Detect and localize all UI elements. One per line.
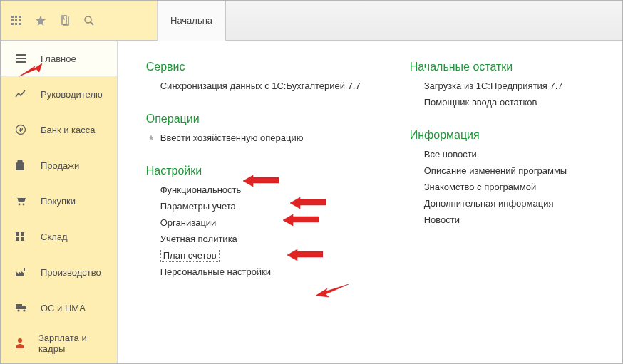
sidebar-item-label: Главное bbox=[41, 53, 76, 64]
sidebar-item-assets[interactable]: ОС и НМА bbox=[1, 290, 117, 326]
link-balance-helper[interactable]: Помощник ввода остатков bbox=[410, 97, 623, 108]
sidebar-item-sales[interactable]: Продажи bbox=[1, 147, 117, 183]
svg-rect-3 bbox=[11, 19, 14, 21]
tab-label: Начальна bbox=[170, 15, 212, 26]
sidebar-item-label: Производство bbox=[41, 267, 101, 278]
svg-rect-18 bbox=[16, 237, 19, 241]
link-enter-operation[interactable]: Ввести хозяйственную операцию bbox=[146, 132, 410, 143]
svg-point-15 bbox=[23, 204, 25, 206]
svg-rect-20 bbox=[24, 268, 25, 271]
bag-icon bbox=[15, 160, 28, 171]
link-accounts[interactable]: План счетов bbox=[146, 250, 410, 261]
sidebar-item-label: Банк и касса bbox=[41, 125, 96, 135]
search-icon[interactable] bbox=[83, 15, 95, 26]
sidebar-item-production[interactable]: Производство bbox=[1, 254, 117, 290]
apps-icon[interactable] bbox=[11, 15, 22, 26]
sidebar-item-bank[interactable]: ₽ Банк и касса bbox=[1, 112, 117, 147]
sidebar-item-label: Покупки bbox=[41, 196, 76, 207]
section-operations-title: Операции bbox=[146, 113, 410, 125]
svg-point-9 bbox=[85, 16, 91, 23]
link-news[interactable]: Новости bbox=[410, 214, 623, 225]
link-intro[interactable]: Знакомство с программой bbox=[410, 182, 623, 192]
svg-rect-16 bbox=[16, 232, 19, 236]
sidebar-item-hr[interactable]: Зарплата и кадры bbox=[1, 326, 117, 361]
svg-rect-6 bbox=[11, 23, 14, 25]
sidebar-item-label: Зарплата и кадры bbox=[38, 333, 103, 354]
history-icon[interactable] bbox=[59, 15, 71, 26]
sidebar-item-label: Склад bbox=[41, 232, 68, 242]
tab-home[interactable]: Начальна bbox=[158, 1, 226, 41]
sidebar-item-label: Продажи bbox=[41, 160, 79, 171]
section-balances-title: Начальные остатки bbox=[410, 61, 623, 73]
svg-rect-13 bbox=[16, 163, 24, 170]
svg-rect-17 bbox=[21, 232, 24, 236]
svg-rect-8 bbox=[19, 23, 21, 25]
svg-point-22 bbox=[23, 309, 25, 311]
svg-rect-7 bbox=[15, 23, 17, 25]
sidebar-item-manager[interactable]: Руководителю bbox=[1, 76, 117, 112]
section-settings-title: Настройки bbox=[146, 165, 410, 177]
sidebar-item-label: ОС и НМА bbox=[41, 303, 86, 313]
link-sync-1c77[interactable]: Синхронизация данных с 1С:Бухгалтерией 7… bbox=[146, 80, 410, 91]
svg-rect-0 bbox=[11, 16, 14, 18]
truck-icon bbox=[15, 303, 28, 312]
star-icon[interactable] bbox=[35, 15, 46, 26]
link-functionality[interactable]: Функциональность bbox=[146, 184, 410, 195]
sidebar-item-purchases[interactable]: Покупки bbox=[1, 183, 117, 219]
link-extra[interactable]: Дополнительная информация bbox=[410, 198, 623, 209]
link-personal[interactable]: Персональные настройки bbox=[146, 266, 410, 277]
link-changes[interactable]: Описание изменений программы bbox=[410, 165, 623, 176]
svg-text:₽: ₽ bbox=[19, 127, 23, 133]
person-icon bbox=[15, 338, 26, 349]
sidebar: Главное Руководителю ₽ Банк и касса Прод… bbox=[1, 41, 118, 363]
link-policy[interactable]: Учетная политика bbox=[146, 234, 410, 244]
svg-point-14 bbox=[19, 204, 21, 206]
section-service-title: Сервис bbox=[146, 61, 410, 73]
content: Сервис Синхронизация данных с 1С:Бухгалт… bbox=[118, 41, 623, 363]
sidebar-item-label: Руководителю bbox=[41, 89, 103, 100]
svg-rect-2 bbox=[19, 16, 21, 18]
chart-line-icon bbox=[15, 89, 28, 99]
menu-icon bbox=[15, 53, 28, 63]
svg-point-23 bbox=[18, 338, 22, 343]
ruble-icon: ₽ bbox=[15, 124, 28, 135]
link-load-1c77[interactable]: Загрузка из 1С:Предприятия 7.7 bbox=[410, 80, 623, 91]
svg-line-10 bbox=[91, 22, 93, 25]
link-all-news[interactable]: Все новости bbox=[410, 149, 623, 160]
svg-rect-1 bbox=[15, 16, 17, 18]
factory-icon bbox=[15, 267, 28, 277]
svg-rect-19 bbox=[21, 237, 24, 241]
link-params[interactable]: Параметры учета bbox=[146, 201, 410, 212]
svg-point-21 bbox=[17, 309, 19, 311]
topbar-tools bbox=[1, 1, 158, 40]
link-orgs[interactable]: Организации bbox=[146, 217, 410, 228]
svg-rect-5 bbox=[19, 19, 21, 21]
section-info-title: Информация bbox=[410, 129, 623, 142]
boxes-icon bbox=[15, 232, 28, 241]
sidebar-item-stock[interactable]: Склад bbox=[1, 219, 117, 254]
sidebar-item-main[interactable]: Главное bbox=[1, 41, 117, 76]
svg-rect-4 bbox=[15, 19, 17, 21]
cart-icon bbox=[15, 196, 28, 206]
